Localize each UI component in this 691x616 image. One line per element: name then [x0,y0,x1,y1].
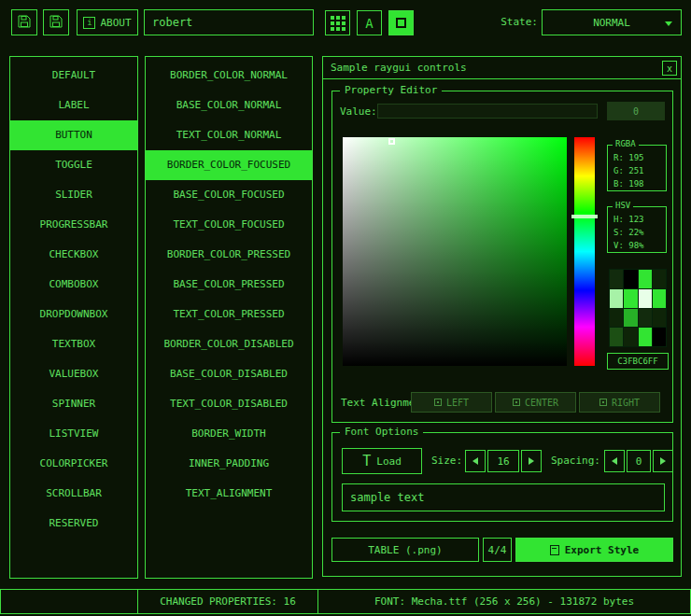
font-load-button[interactable]: T Load [342,448,422,474]
save-style-button[interactable] [43,9,69,35]
palette-swatch[interactable] [653,270,666,288]
palette-swatch[interactable] [653,289,666,308]
arrow-right-icon [529,457,534,465]
hsv-label: HSV [613,201,633,210]
align-button-left[interactable]: LEFT [411,392,492,413]
state-dropdown[interactable]: NORMAL [542,9,682,35]
palette-swatch[interactable] [639,289,652,308]
palette-swatch[interactable] [610,328,623,346]
floppy-disk-icon [17,14,32,32]
hsv-v-value: V: 98% [613,239,666,252]
size-increase-button[interactable] [521,450,542,472]
value-label: Value: [340,105,377,118]
palette-swatch[interactable] [610,270,623,288]
property-item-text_alignment[interactable]: TEXT_ALIGNMENT [146,479,312,509]
palette-swatch[interactable] [624,328,637,346]
style-name-input[interactable] [144,9,314,35]
hex-color-box[interactable]: C3FBC6FF [607,353,669,370]
control-item-progressbar[interactable]: PROGRESSBAR [10,210,137,240]
control-item-scrollbar[interactable]: SCROLLBAR [10,479,137,509]
palette-swatch[interactable] [624,270,637,288]
control-item-spinner[interactable]: SPINNER [10,389,137,419]
control-item-slider[interactable]: SLIDER [10,180,137,210]
state-dropdown-value: NORMAL [593,17,630,29]
properties-list-panel: BORDER_COLOR_NORMALBASE_COLOR_NORMALTEXT… [145,56,313,579]
property-item-border_color_normal[interactable]: BORDER_COLOR_NORMAL [146,61,312,91]
font-options-label: Font Options [340,426,423,438]
color-picker-area[interactable] [343,137,567,366]
control-item-checkbox[interactable]: CHECKBOX [10,240,137,270]
spacing-increase-button[interactable] [653,450,673,472]
size-decrease-button[interactable] [465,450,486,472]
load-style-button[interactable] [11,9,37,35]
export-style-button[interactable]: Export Style [515,538,673,562]
palette-swatch[interactable] [624,289,637,308]
export-format-button[interactable]: TABLE (.png) [331,538,479,562]
property-item-border_color_disabled[interactable]: BORDER_COLOR_DISABLED [146,329,312,359]
property-item-border_width[interactable]: BORDER_WIDTH [146,419,312,449]
property-item-base_color_pressed[interactable]: BASE_COLOR_PRESSED [146,270,312,300]
control-item-button[interactable]: BUTTON [10,120,137,150]
control-item-listview[interactable]: LISTVIEW [10,419,137,449]
control-item-label[interactable]: LABEL [10,91,137,120]
control-item-dropdownbox[interactable]: DROPDOWNBOX [10,300,137,329]
palette-swatch[interactable] [639,270,652,288]
hue-bar[interactable] [574,137,595,366]
spacing-value-box[interactable]: 0 [627,450,651,472]
palette-swatch[interactable] [653,309,666,328]
property-item-base_color_normal[interactable]: BASE_COLOR_NORMAL [146,91,312,120]
control-item-colorpicker[interactable]: COLORPICKER [10,449,137,479]
property-item-border_color_pressed[interactable]: BORDER_COLOR_PRESSED [146,240,312,270]
font-info-text: FONT: Mecha.ttf (256 x 256) - 131872 byt… [374,595,634,608]
controls-list-panel: DEFAULTLABELBUTTONTOGGLESLIDERPROGRESSBA… [9,56,138,579]
property-item-text_color_focused[interactable]: TEXT_COLOR_FOCUSED [146,210,312,240]
align-button-right[interactable]: RIGHT [579,392,660,413]
align-button-label: RIGHT [612,398,640,408]
property-item-base_color_focused[interactable]: BASE_COLOR_FOCUSED [146,180,312,210]
palette-swatch[interactable] [610,289,623,308]
property-item-base_color_disabled[interactable]: BASE_COLOR_DISABLED [146,359,312,389]
spacing-decrease-button[interactable] [604,450,625,472]
control-item-default[interactable]: DEFAULT [10,61,137,91]
table-image-toggle-button[interactable] [388,10,414,35]
value-box[interactable]: 0 [607,102,665,120]
about-button[interactable]: i ABOUT [77,9,138,35]
size-value: 16 [497,455,509,468]
sample-text-input[interactable] [342,483,665,511]
property-item-text_color_disabled[interactable]: TEXT_COLOR_DISABLED [146,389,312,419]
rgba-label: RGBA [613,139,639,148]
controls-list: DEFAULTLABELBUTTONTOGGLESLIDERPROGRESSBA… [10,61,137,539]
palette-swatch[interactable] [639,328,652,346]
rgba-g-value: G: 251 [613,164,666,177]
close-button[interactable]: x [662,61,677,76]
style-table-grid-button[interactable] [325,10,350,35]
palette-swatch[interactable] [624,309,637,328]
property-item-inner_padding[interactable]: INNER_PADDING [146,449,312,479]
palette-swatch[interactable] [610,309,623,328]
property-item-text_color_pressed[interactable]: TEXT_COLOR_PRESSED [146,300,312,329]
property-item-border_color_focused[interactable]: BORDER_COLOR_FOCUSED [146,150,312,180]
color-picker-cursor[interactable] [388,138,395,145]
info-icon: i [83,17,95,29]
size-value-box[interactable]: 16 [487,450,519,472]
export-format-label: TABLE (.png) [368,544,442,556]
align-button-center[interactable]: CENTER [495,392,576,413]
align-buttons: LEFTCENTERRIGHT [411,392,660,413]
window-titlebar[interactable]: Sample raygui controls [323,57,681,79]
palette-swatch[interactable] [639,309,652,328]
palette-swatch[interactable] [653,328,666,346]
export-pages-box[interactable]: 4/4 [483,538,512,562]
control-item-textbox[interactable]: TEXTBOX [10,329,137,359]
floppy-disk-icon [49,14,63,32]
rguistyler-app: i ABOUT A State: NORMAL DEFAULTLABELBUTT… [0,0,691,616]
control-item-combobox[interactable]: COMBOBOX [10,270,137,300]
value-slider[interactable] [377,104,598,119]
control-item-reserved[interactable]: RESERVED [10,509,137,539]
font-atlas-button[interactable]: A [357,10,382,35]
properties-list: BORDER_COLOR_NORMALBASE_COLOR_NORMALTEXT… [146,61,312,509]
hue-marker[interactable] [571,215,598,218]
control-item-valuebox[interactable]: VALUEBOX [10,359,137,389]
control-item-toggle[interactable]: TOGGLE [10,150,137,180]
property-item-text_color_normal[interactable]: TEXT_COLOR_NORMAL [146,120,312,150]
font-options-groupbox: Font Options T Load Size: 16 Spacing: 0 [331,432,673,522]
